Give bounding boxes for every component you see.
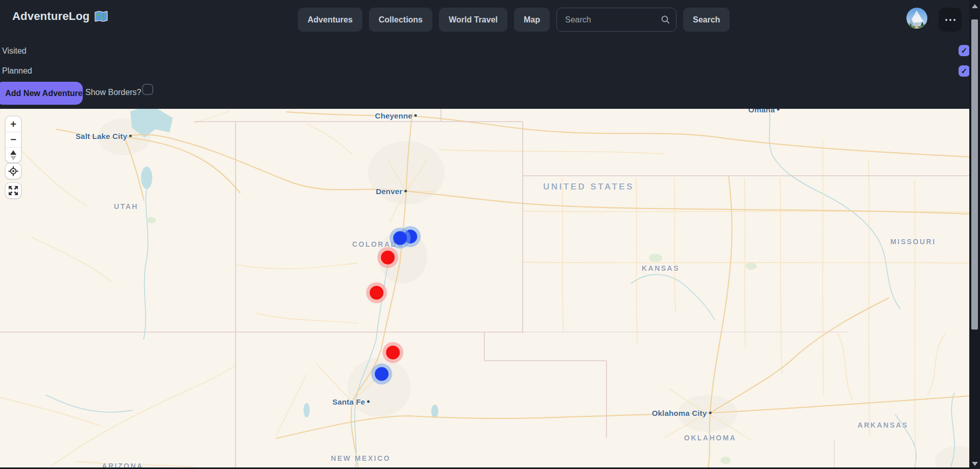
ellipsis-icon [945,19,947,21]
user-avatar[interactable] [906,8,927,29]
fullscreen-button[interactable] [6,183,21,198]
fullscreen-icon [8,185,18,196]
visited-checkbox[interactable]: ✓ [959,45,970,56]
show-borders-checkbox[interactable] [142,84,153,95]
adventure-marker-planned[interactable] [393,231,407,245]
nav-collections-button[interactable]: Collections [369,8,432,32]
show-borders-label: Show Borders? [85,88,141,97]
city-label-santa-fe: Santa Fe [332,397,369,406]
planned-filter-label: Planned [2,66,32,76]
zoom-in-button[interactable]: + [6,116,21,132]
basemap-tiles [0,109,969,467]
main-nav: Adventures Collections World Travel Map … [298,8,730,32]
state-label-arkansas: ARKANSAS [857,421,908,429]
compass-north-icon [10,150,16,155]
adventure-marker-visited[interactable] [386,346,400,360]
zoom-out-button[interactable]: − [6,132,21,147]
app-title: AdventureLog [12,10,90,23]
state-label-kansas: KANSAS [642,264,680,272]
map[interactable]: CheyenneSalt Lake CityDenverOmahaSanta F… [0,109,969,467]
mountain-landscape-icon [906,8,927,29]
adventure-marker-visited[interactable] [370,286,384,300]
map-zoom-controls: + − [6,116,21,162]
nav-map-button[interactable]: Map [514,8,550,32]
search-icon [661,15,670,24]
geolocate-icon [8,166,18,176]
compass-south-icon [10,156,16,160]
city-dot [405,190,407,193]
page-scrollbar[interactable] [969,0,980,469]
city-dot [129,135,132,137]
nav-adventures-button[interactable]: Adventures [298,8,362,32]
world-map-icon [95,11,108,22]
city-label-omaha: Omaha [749,109,780,114]
country-label-united-states: UNITED STATES [543,182,634,192]
geolocate-button[interactable] [6,163,21,179]
state-label-missouri: MISSOURI [890,238,936,246]
more-options-button[interactable] [939,8,962,32]
state-label-arizona: ARIZONA [102,462,143,467]
city-dot [709,412,711,414]
scrollbar-thumb[interactable] [971,19,978,330]
nav-world-travel-button[interactable]: World Travel [439,8,507,32]
add-new-adventure-button[interactable]: Add New Adventure [0,82,83,105]
visited-filter-label: Visited [2,46,27,56]
adventure-marker-planned[interactable] [375,367,389,381]
planned-checkbox[interactable]: ✓ [959,65,970,77]
state-label-oklahoma: OKLAHOMA [684,434,736,442]
search-button[interactable]: Search [683,8,730,32]
scroll-up-arrow-icon[interactable] [972,4,978,8]
scroll-down-arrow-icon[interactable] [972,462,978,466]
geolocate-control [6,163,21,179]
fullscreen-control [6,183,21,198]
adventure-marker-visited[interactable] [381,251,395,265]
city-dot [414,114,417,117]
state-label-utah: UTAH [114,202,138,210]
city-label-salt-lake-city: Salt Lake City [76,132,132,140]
city-label-denver: Denver [376,187,407,196]
city-dot [367,401,370,403]
app-logo[interactable]: AdventureLog [12,10,108,23]
state-label-new-mexico: NEW MEXICO [331,454,391,462]
city-dot [777,109,779,111]
city-label-cheyenne: Cheyenne [375,111,417,120]
search-input[interactable] [556,8,676,32]
city-label-oklahoma-city: Oklahoma City [652,409,712,417]
compass-button[interactable] [6,147,21,162]
